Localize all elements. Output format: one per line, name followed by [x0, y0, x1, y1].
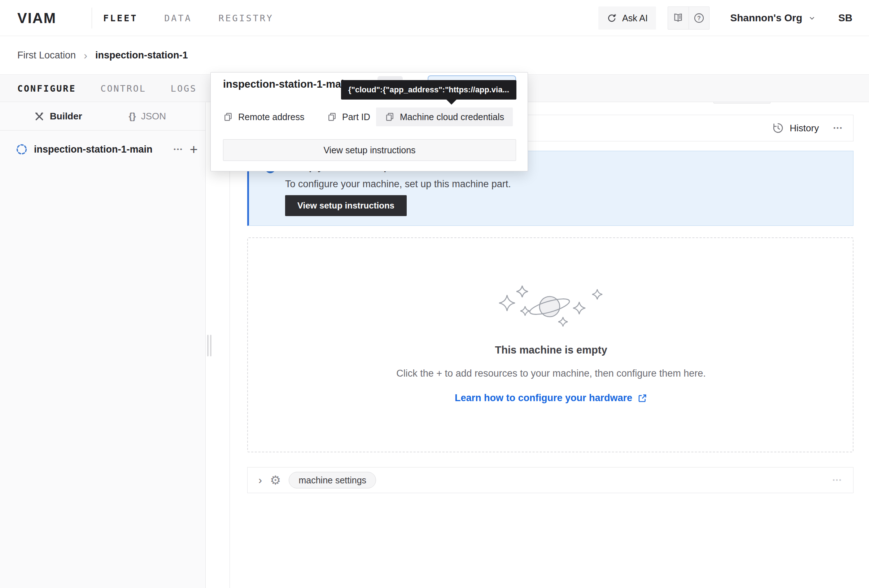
history-clock-icon — [772, 122, 784, 134]
braces-icon: {} — [129, 111, 136, 122]
copy-button-label: Part ID — [342, 112, 370, 122]
ask-ai-button[interactable]: Ask AI — [598, 6, 656, 30]
book-icon — [672, 12, 684, 24]
link-label: Learn how to configure your hardware — [455, 392, 632, 404]
banner-message: To configure your machine, set up this m… — [285, 179, 511, 190]
settings-more-button[interactable]: ••• — [833, 477, 842, 484]
configure-hardware-link[interactable]: Learn how to configure your hardware — [248, 392, 854, 404]
tooltip-arrow — [446, 99, 457, 105]
copy-icon — [385, 112, 395, 122]
part-more-button[interactable]: ••• — [174, 146, 183, 153]
gear-icon: ⚙ — [270, 473, 281, 487]
org-name: Shannon's Org — [730, 12, 802, 24]
viam-logo[interactable]: VIAM — [17, 0, 56, 36]
popover-part-title: inspection-station-1-main — [223, 78, 350, 90]
docs-button[interactable] — [668, 7, 688, 29]
nav-item-data[interactable]: DATA — [164, 13, 191, 24]
machine-header-row: First Location › inspection-station-1 Aw… — [0, 36, 869, 74]
copy-remote-address-button[interactable]: Remote address — [223, 108, 304, 126]
parts-sidebar: Builder {} JSON inspection-station-1-mai… — [0, 102, 206, 588]
tab-control[interactable]: CONTROL — [100, 83, 146, 94]
copy-machine-cloud-credentials-button[interactable]: Machine cloud credentials — [376, 108, 513, 126]
history-button[interactable]: History — [772, 122, 819, 134]
part-name: inspection-station-1-main — [34, 144, 167, 155]
logo-divider — [92, 7, 92, 28]
breadcrumb-separator: › — [84, 49, 87, 62]
help-button[interactable]: ? — [688, 7, 709, 29]
history-label: History — [790, 123, 819, 134]
resize-grip-bar — [210, 335, 212, 356]
viam-machine-page: VIAM FLEET DATA REGISTRY Ask AI — [0, 0, 869, 588]
machine-settings-pill[interactable]: machine settings — [289, 472, 376, 489]
breadcrumb-location[interactable]: First Location — [17, 50, 76, 61]
builder-label: Builder — [50, 111, 82, 122]
org-switcher[interactable]: Shannon's Org — [730, 12, 816, 24]
copy-button-label: Remote address — [238, 112, 304, 122]
empty-machine-panel: This machine is empty Click the + to add… — [247, 237, 853, 452]
nav-item-fleet[interactable]: FLEET — [103, 13, 138, 24]
part-tree-item[interactable]: inspection-station-1-main ••• + — [0, 139, 206, 160]
nav-item-registry[interactable]: REGISTRY — [218, 13, 273, 24]
banner-view-setup-button[interactable]: View setup instructions — [285, 195, 407, 216]
empty-state-title: This machine is empty — [248, 344, 854, 356]
copy-icon — [327, 112, 337, 122]
top-nav-tabs: FLEET DATA REGISTRY — [103, 0, 274, 36]
external-link-icon — [637, 393, 647, 403]
panel-resize-handle[interactable] — [207, 335, 212, 356]
part-dotted-circle-icon — [16, 144, 27, 155]
copy-part-id-button[interactable]: Part ID — [327, 108, 370, 126]
expand-chevron-icon[interactable]: › — [258, 474, 262, 486]
credentials-tooltip: {"cloud":{"app_address":"https://app.via… — [341, 80, 516, 99]
tools-icon — [34, 111, 45, 122]
tab-configure[interactable]: CONFIGURE — [17, 83, 76, 94]
toolbar-more-button[interactable]: ••• — [833, 124, 843, 132]
avatar[interactable]: SB — [838, 12, 853, 24]
popover-view-setup-button[interactable]: View setup instructions — [223, 139, 516, 161]
add-resource-button[interactable]: + — [190, 142, 198, 156]
machine-settings-row[interactable]: › ⚙ machine settings ••• — [247, 467, 853, 493]
question-mark-icon: ? — [693, 12, 705, 24]
resize-grip-bar — [207, 335, 209, 356]
json-mode-button[interactable]: {} JSON — [129, 111, 166, 122]
empty-state-message: Click the + to add resources to your mac… — [248, 368, 854, 379]
help-glyph: ? — [697, 15, 701, 21]
builder-mode-button[interactable]: Builder — [34, 111, 82, 122]
breadcrumb: First Location › inspection-station-1 — [17, 36, 188, 74]
panel-divider — [230, 102, 230, 588]
chevron-down-icon — [808, 14, 816, 22]
breadcrumb-machine-name: inspection-station-1 — [95, 50, 188, 61]
tab-logs[interactable]: LOGS — [171, 83, 197, 94]
planet-illustration — [496, 281, 606, 344]
config-mode-toggle: Builder {} JSON — [0, 102, 206, 130]
help-button-group: ? — [667, 6, 709, 30]
top-nav-right: Ask AI ? — [598, 0, 853, 36]
json-label: JSON — [141, 111, 166, 122]
copy-button-label: Machine cloud credentials — [400, 112, 504, 122]
ask-ai-icon — [606, 13, 617, 24]
ask-ai-label: Ask AI — [622, 13, 648, 24]
copy-icon — [223, 112, 233, 122]
top-nav: VIAM FLEET DATA REGISTRY Ask AI — [0, 0, 869, 36]
